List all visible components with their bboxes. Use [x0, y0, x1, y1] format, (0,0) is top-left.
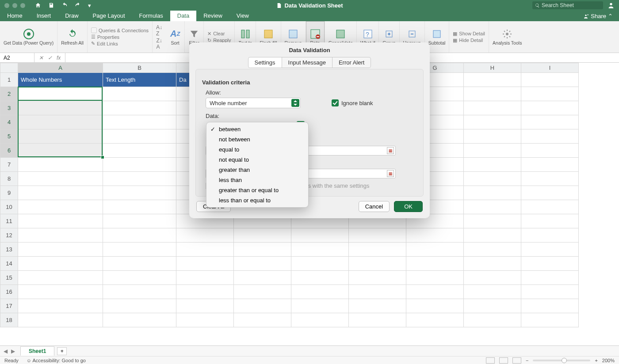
- cell-A8[interactable]: [18, 172, 103, 186]
- cell-D15[interactable]: [234, 271, 291, 285]
- cell-H13[interactable]: [464, 243, 521, 257]
- cell-C16[interactable]: [176, 285, 234, 299]
- cell-A1[interactable]: Whole Numbers: [18, 73, 103, 87]
- user-icon[interactable]: [608, 2, 615, 9]
- tab-data[interactable]: Data: [170, 11, 196, 21]
- column-header-H[interactable]: H: [464, 63, 521, 73]
- cell-B12[interactable]: [103, 228, 176, 243]
- cell-F12[interactable]: [349, 228, 406, 243]
- cell-B14[interactable]: [103, 257, 176, 271]
- cell-D13[interactable]: [234, 243, 291, 257]
- cell-G13[interactable]: [406, 243, 464, 257]
- tab-draw[interactable]: Draw: [58, 11, 85, 21]
- fx-icon[interactable]: fx: [57, 55, 61, 61]
- cell-A2[interactable]: [18, 87, 103, 101]
- cell-E13[interactable]: [291, 243, 349, 257]
- cell-F15[interactable]: [349, 271, 406, 285]
- column-header-I[interactable]: I: [521, 63, 579, 73]
- cell-B18[interactable]: [103, 313, 176, 327]
- ignore-blank-checkbox[interactable]: Ignore blank: [332, 99, 373, 106]
- cell-B16[interactable]: [103, 285, 176, 299]
- zoom-window-icon[interactable]: [20, 3, 25, 8]
- clear-filter-button[interactable]: ✕ Clear: [207, 31, 225, 37]
- data-option-less-than[interactable]: less than: [206, 175, 308, 185]
- data-option-equal-to[interactable]: equal to: [206, 144, 308, 155]
- cell-D18[interactable]: [234, 313, 291, 327]
- cell-C17[interactable]: [176, 299, 234, 313]
- cell-H11[interactable]: [464, 214, 521, 228]
- cell-H14[interactable]: [464, 257, 521, 271]
- cell-I6[interactable]: [521, 144, 579, 158]
- cell-I2[interactable]: [521, 87, 579, 101]
- tab-review[interactable]: Review: [196, 11, 229, 21]
- data-condition-dropdown[interactable]: betweennot betweenequal tonot equal togr…: [206, 122, 309, 208]
- cell-A18[interactable]: [18, 313, 103, 327]
- row-header-5[interactable]: 5: [0, 129, 18, 144]
- analysis-tools-button[interactable]: Analysis Tools: [489, 21, 525, 53]
- cell-B8[interactable]: [103, 172, 176, 186]
- row-header-15[interactable]: 15: [0, 271, 18, 285]
- cell-G16[interactable]: [406, 285, 464, 299]
- cell-E17[interactable]: [291, 299, 349, 313]
- cell-F14[interactable]: [349, 257, 406, 271]
- accessibility-status[interactable]: ☺ Accessibility: Good to go: [27, 358, 86, 363]
- cancel-button[interactable]: Cancel: [359, 201, 390, 212]
- cell-A14[interactable]: [18, 257, 103, 271]
- close-window-icon[interactable]: [4, 3, 9, 8]
- cell-H4[interactable]: [464, 115, 521, 129]
- cell-A10[interactable]: [18, 200, 103, 214]
- sheet-nav-next-icon[interactable]: ▶: [11, 348, 15, 354]
- range-picker-icon[interactable]: ▦: [387, 147, 394, 154]
- cell-I9[interactable]: [521, 186, 579, 200]
- cell-A13[interactable]: [18, 243, 103, 257]
- cell-A16[interactable]: [18, 285, 103, 299]
- cell-I7[interactable]: [521, 158, 579, 172]
- refresh-all-button[interactable]: Refresh All: [57, 21, 88, 53]
- cell-H5[interactable]: [464, 129, 521, 144]
- cell-B17[interactable]: [103, 299, 176, 313]
- cell-I13[interactable]: [521, 243, 579, 257]
- data-option-not-equal-to[interactable]: not equal to: [206, 155, 308, 165]
- column-header-A[interactable]: A: [18, 63, 103, 73]
- tab-page-layout[interactable]: Page Layout: [86, 11, 132, 21]
- cell-I11[interactable]: [521, 214, 579, 228]
- cell-E12[interactable]: [291, 228, 349, 243]
- sort-za-button[interactable]: Z↓A: [156, 38, 162, 50]
- tab-home[interactable]: Home: [0, 11, 30, 21]
- cell-D16[interactable]: [234, 285, 291, 299]
- cell-C15[interactable]: [176, 271, 234, 285]
- cell-I14[interactable]: [521, 257, 579, 271]
- cell-A9[interactable]: [18, 186, 103, 200]
- cell-F17[interactable]: [349, 299, 406, 313]
- cell-E18[interactable]: [291, 313, 349, 327]
- column-header-B[interactable]: B: [103, 63, 176, 73]
- sheet-tab-sheet1[interactable]: Sheet1: [20, 346, 54, 356]
- cell-B7[interactable]: [103, 158, 176, 172]
- data-option-greater-than[interactable]: greater than: [206, 165, 308, 175]
- page-layout-view-button[interactable]: [499, 357, 508, 364]
- zoom-out-button[interactable]: −: [526, 358, 528, 363]
- window-controls[interactable]: [4, 3, 25, 8]
- cell-A3[interactable]: [18, 101, 103, 115]
- row-header-6[interactable]: 6: [0, 144, 18, 158]
- qat-customize-icon[interactable]: ▾: [88, 2, 91, 9]
- select-all-corner[interactable]: [0, 63, 18, 73]
- cell-F16[interactable]: [349, 285, 406, 299]
- cell-I4[interactable]: [521, 115, 579, 129]
- page-break-view-button[interactable]: [512, 357, 521, 364]
- data-option-greater-than-or-equal-to[interactable]: greater than or equal to: [206, 185, 308, 195]
- cell-H16[interactable]: [464, 285, 521, 299]
- cell-B11[interactable]: [103, 214, 176, 228]
- cell-A6[interactable]: [18, 144, 103, 158]
- row-header-1[interactable]: 1: [0, 73, 18, 87]
- cell-E16[interactable]: [291, 285, 349, 299]
- cell-H2[interactable]: [464, 87, 521, 101]
- zoom-level[interactable]: 200%: [602, 358, 615, 363]
- search-input[interactable]: Search Sheet: [532, 1, 603, 9]
- data-option-less-than-or-equal-to[interactable]: less than or equal to: [206, 195, 308, 205]
- sheet-nav-prev-icon[interactable]: ◀: [4, 348, 8, 354]
- cell-H10[interactable]: [464, 200, 521, 214]
- row-header-7[interactable]: 7: [0, 158, 18, 172]
- ok-button[interactable]: OK: [394, 201, 423, 212]
- cell-C13[interactable]: [176, 243, 234, 257]
